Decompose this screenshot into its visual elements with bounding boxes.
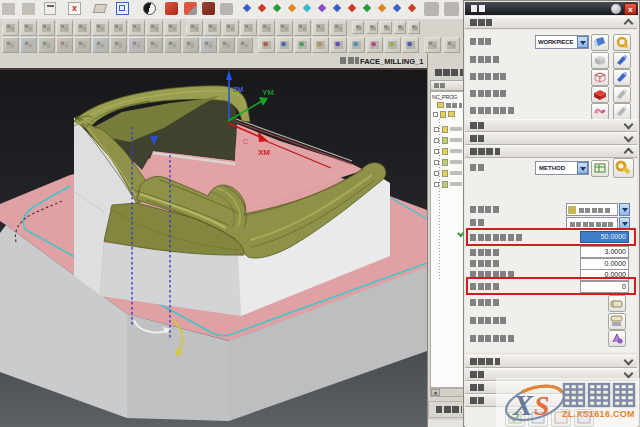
svg-text:ZM: ZM [233,86,243,93]
svg-text:C: C [243,138,248,145]
svg-text:XM: XM [258,148,270,157]
svg-text:YM: YM [262,88,274,97]
svg-text:X: X [512,388,534,421]
svg-text:S: S [534,390,550,421]
svg-text:ZL.XS1616.COM: ZL.XS1616.COM [562,409,635,419]
